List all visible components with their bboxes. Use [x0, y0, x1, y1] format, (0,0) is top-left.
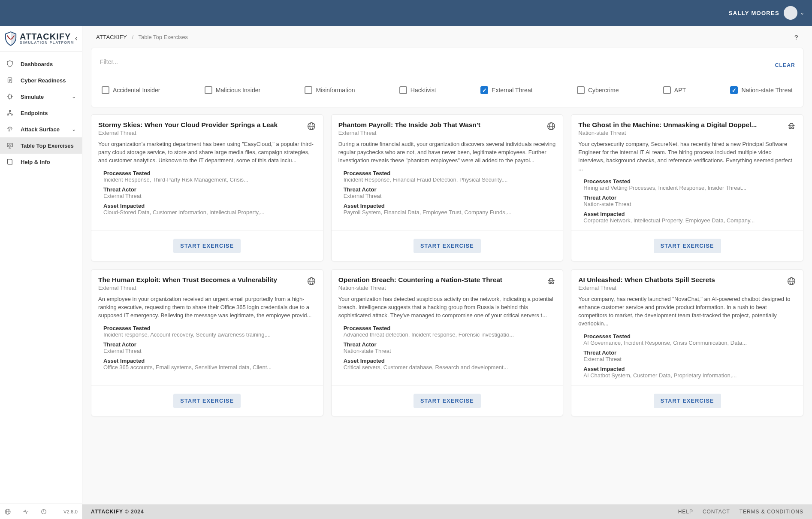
- card-title: Operation Breach: Countering a Nation-St…: [338, 276, 543, 284]
- filter-check-cybercrime[interactable]: Cybercrime: [577, 86, 619, 94]
- processes-label: Processes Tested: [344, 170, 556, 176]
- book-icon: [6, 158, 14, 166]
- asset-label: Asset Impacted: [344, 203, 556, 209]
- start-exercise-button[interactable]: START EXERCISE: [173, 239, 241, 253]
- exercise-card: Phantom Payroll: The Inside Job That Was…: [331, 114, 564, 261]
- actor-value: External Threat: [583, 356, 796, 362]
- breadcrumb-root[interactable]: ATTACKIFY: [96, 34, 127, 40]
- start-exercise-button[interactable]: START EXERCISE: [173, 394, 241, 408]
- filter-check-malicious-insider[interactable]: Malicious Insider: [205, 86, 260, 94]
- main: ATTACKIFY / Table Top Exercises ? CLEAR …: [82, 26, 812, 519]
- sidebar-item-cyber-readiness[interactable]: Cyber Readiness: [0, 72, 82, 88]
- card-description: Your organization's marketing department…: [98, 140, 316, 165]
- presentation-icon: [6, 142, 14, 149]
- sidebar-item-label: Dashboards: [21, 61, 76, 67]
- filter-check-accidental-insider[interactable]: Accidental Insider: [102, 86, 160, 94]
- checkbox[interactable]: [480, 86, 488, 94]
- checkbox[interactable]: [577, 86, 585, 94]
- card-title: Stormy Skies: When Your Cloud Provider S…: [98, 121, 302, 129]
- checkbox[interactable]: [730, 86, 738, 94]
- start-exercise-button[interactable]: START EXERCISE: [414, 394, 481, 408]
- card-threat-type: External Threat: [578, 285, 782, 291]
- sidebar-item-table-top-exercises[interactable]: Table Top Exercises: [0, 137, 82, 154]
- sidebar-item-attack-surface[interactable]: Attack Surface ⌄: [0, 121, 82, 137]
- power-icon[interactable]: [40, 508, 47, 515]
- checkbox-label: External Threat: [492, 87, 532, 94]
- asset-label: Asset Impacted: [344, 358, 556, 364]
- globe-small-icon[interactable]: [4, 508, 11, 515]
- checkbox[interactable]: [305, 86, 312, 94]
- card-title: The Ghost in the Machine: Unmasking a Di…: [578, 121, 782, 129]
- actor-value: Nation-state Threat: [583, 201, 796, 207]
- breadcrumb-row: ATTACKIFY / Table Top Exercises ?: [82, 26, 812, 48]
- filter-check-apt[interactable]: APT: [663, 86, 686, 94]
- checkbox[interactable]: [399, 86, 407, 94]
- processes-label: Processes Tested: [344, 325, 556, 331]
- card-threat-type: External Threat: [98, 130, 302, 136]
- sidebar-item-help-info[interactable]: Help & Info: [0, 154, 82, 170]
- asset-label: Asset Impacted: [583, 366, 796, 372]
- logo-shield-icon: [4, 31, 17, 46]
- processes-value: AI Governance, Incident Response, Crisis…: [583, 340, 796, 346]
- footer-link-terms-conditions[interactable]: TERMS & CONDITIONS: [740, 509, 803, 515]
- checkbox-label: Cybercrime: [588, 87, 619, 94]
- card-title: AI Unleashed: When Chatbots Spill Secret…: [578, 276, 782, 284]
- sidebar-item-endpoints[interactable]: Endpoints: [0, 105, 82, 121]
- card-description: During a routine financial audit, your o…: [338, 140, 556, 165]
- globe-icon: [546, 121, 556, 131]
- logo[interactable]: ATTACKIFY SIMULATION PLATFORM: [0, 26, 82, 52]
- sidebar-footer: V2.6.0: [0, 504, 82, 519]
- chevron-down-icon[interactable]: ⌄: [800, 10, 804, 16]
- sidebar-item-label: Table Top Exercises: [21, 143, 76, 149]
- processes-value: Hiring and Vetting Processes, Incident R…: [583, 185, 796, 191]
- sidebar-item-dashboards[interactable]: Dashboards: [0, 56, 82, 72]
- spy-icon: [546, 276, 556, 286]
- card-threat-type: External Threat: [98, 285, 302, 291]
- checkbox-label: Misinformation: [316, 87, 355, 94]
- card-title: Phantom Payroll: The Inside Job That Was…: [338, 121, 543, 129]
- sidebar-item-label: Simulate: [21, 94, 72, 100]
- processes-label: Processes Tested: [103, 170, 316, 176]
- avatar[interactable]: [784, 6, 797, 20]
- checkbox[interactable]: [663, 86, 671, 94]
- globe-icon: [307, 121, 316, 131]
- chevron-left-icon: [74, 36, 79, 41]
- sidebar-item-simulate[interactable]: Simulate ⌄: [0, 88, 82, 105]
- filter-check-nation-state-threat[interactable]: Nation-state Threat: [730, 86, 793, 94]
- pulse-icon[interactable]: [22, 508, 29, 515]
- exercise-card: The Human Exploit: When Trust Becomes a …: [91, 269, 323, 416]
- checkbox-label: Accidental Insider: [113, 87, 160, 94]
- card-threat-type: Nation-state Threat: [338, 285, 543, 291]
- card-description: Your cybersecurity company, SecureNet, h…: [578, 140, 796, 173]
- start-exercise-button[interactable]: START EXERCISE: [654, 394, 721, 408]
- collapse-sidebar-button[interactable]: [72, 35, 80, 42]
- start-exercise-button[interactable]: START EXERCISE: [654, 239, 721, 253]
- filter-check-hacktivist[interactable]: Hacktivist: [399, 86, 436, 94]
- checkbox-label: Malicious Insider: [216, 87, 260, 94]
- target-icon: [6, 93, 14, 100]
- filter-input[interactable]: [99, 56, 326, 68]
- clear-button[interactable]: CLEAR: [775, 62, 795, 68]
- asset-value: Corporate Network, Intellectual Property…: [583, 217, 796, 224]
- help-icon[interactable]: ?: [794, 33, 798, 41]
- asset-value: AI Chatbot System, Customer Data, Propri…: [583, 372, 796, 379]
- processes-label: Processes Tested: [103, 325, 316, 331]
- actor-label: Threat Actor: [103, 341, 316, 348]
- chevron-down-icon: ⌄: [72, 94, 76, 100]
- network-icon: [6, 109, 14, 117]
- footer-link-help[interactable]: HELP: [678, 509, 693, 515]
- start-exercise-button[interactable]: START EXERCISE: [414, 239, 481, 253]
- checkbox[interactable]: [102, 86, 109, 94]
- version-label: V2.6.0: [63, 509, 78, 514]
- card-description: An employee in your organization receive…: [98, 295, 316, 320]
- checkbox-label: Nation-state Threat: [741, 87, 793, 94]
- filter-check-external-threat[interactable]: External Threat: [480, 86, 532, 94]
- processes-value: Incident Response, Financial Fraud Detec…: [344, 176, 556, 183]
- user-name: SALLY MOORES: [729, 10, 779, 16]
- card-threat-type: Nation-state Threat: [578, 130, 782, 136]
- spy-icon: [787, 121, 796, 131]
- checkbox[interactable]: [205, 86, 212, 94]
- filter-check-misinformation[interactable]: Misinformation: [305, 86, 355, 94]
- actor-label: Threat Actor: [103, 186, 316, 193]
- footer-link-contact[interactable]: CONTACT: [703, 509, 730, 515]
